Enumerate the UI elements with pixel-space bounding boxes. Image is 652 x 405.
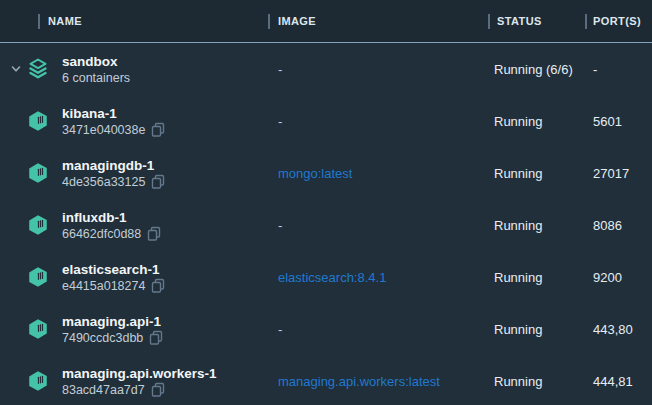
ports-text: 5601 <box>585 114 652 129</box>
container-icon <box>26 368 50 394</box>
name-cell: managing.api.workers-1 83acd47aa7d7 <box>0 365 268 398</box>
column-separator <box>38 14 40 29</box>
ports-text: 27017 <box>585 166 652 181</box>
name-cell: influxdb-1 66462dfc0d88 <box>0 209 268 242</box>
container-list-panel: NAME IMAGE STATUS PORT(S) <box>0 0 652 405</box>
ports-text: - <box>585 62 652 77</box>
column-header-label: STATUS <box>497 15 542 27</box>
copy-icon[interactable] <box>151 174 165 189</box>
copy-icon[interactable] <box>151 382 165 397</box>
container-id: e4415a018274 <box>62 278 145 294</box>
column-separator <box>488 14 490 29</box>
image-link[interactable]: elasticsearch:8.4.1 <box>268 270 488 285</box>
container-name: elasticsearch-1 <box>62 261 165 278</box>
table-row[interactable]: sandbox 6 containers - Running (6/6) - <box>0 43 652 95</box>
column-header-image[interactable]: IMAGE <box>268 14 488 29</box>
ports-text: 443,80 <box>585 322 652 337</box>
container-id: 4de356a33125 <box>62 174 145 190</box>
container-id: 83acd47aa7d7 <box>62 382 145 398</box>
column-header-label: NAME <box>48 15 82 27</box>
table-row[interactable]: influxdb-1 66462dfc0d88 - Running 8086 <box>0 199 652 251</box>
name-cell: managing.api-1 7490ccdc3dbb <box>0 313 268 346</box>
container-id: 7490ccdc3dbb <box>62 330 143 346</box>
table-row[interactable]: managing.api.workers-1 83acd47aa7d7 mana… <box>0 355 652 405</box>
copy-icon[interactable] <box>149 330 163 345</box>
column-header-label: PORT(S) <box>593 15 641 27</box>
name-cell: kibana-1 3471e040038e <box>0 105 268 138</box>
container-icon <box>26 108 50 134</box>
stack-icon <box>26 57 50 81</box>
column-header-name[interactable]: NAME <box>0 14 268 29</box>
container-icon <box>26 264 50 290</box>
container-name: kibana-1 <box>62 105 165 122</box>
table-header: NAME IMAGE STATUS PORT(S) <box>0 0 652 43</box>
image-cell: - <box>268 322 488 337</box>
table-row[interactable]: elasticsearch-1 e4415a018274 elasticsear… <box>0 251 652 303</box>
name-cell: elasticsearch-1 e4415a018274 <box>0 261 268 294</box>
image-cell: - <box>268 218 488 233</box>
container-id: 3471e040038e <box>62 122 145 138</box>
status-text: Running <box>488 374 585 389</box>
container-id: 66462dfc0d88 <box>62 226 141 242</box>
image-link[interactable]: mongo:latest <box>268 166 488 181</box>
container-icon <box>26 316 50 342</box>
container-icon <box>26 212 50 238</box>
container-name: sandbox <box>62 53 130 70</box>
image-link[interactable]: managing.api.workers:latest <box>268 374 488 389</box>
column-header-label: IMAGE <box>278 15 316 27</box>
table-body: sandbox 6 containers - Running (6/6) - <box>0 43 652 405</box>
table-row[interactable]: kibana-1 3471e040038e - Running 5601 <box>0 95 652 147</box>
column-header-status[interactable]: STATUS <box>488 14 585 29</box>
status-text: Running <box>488 218 585 233</box>
ports-text: 9200 <box>585 270 652 285</box>
container-name: managingdb-1 <box>62 157 165 174</box>
chevron-down-icon[interactable] <box>10 63 26 75</box>
name-cell: managingdb-1 4de356a33125 <box>0 157 268 190</box>
container-name: managing.api-1 <box>62 313 163 330</box>
status-text: Running <box>488 270 585 285</box>
table-row[interactable]: managingdb-1 4de356a33125 mongo:latest R… <box>0 147 652 199</box>
container-icon <box>26 160 50 186</box>
copy-icon[interactable] <box>151 278 165 293</box>
container-id: 6 containers <box>62 70 130 86</box>
column-header-ports[interactable]: PORT(S) <box>585 14 652 29</box>
copy-icon[interactable] <box>147 226 161 241</box>
column-separator <box>585 14 587 29</box>
image-cell: - <box>268 114 488 129</box>
status-text: Running <box>488 322 585 337</box>
image-cell: - <box>268 62 488 77</box>
table-row[interactable]: managing.api-1 7490ccdc3dbb - Running 44… <box>0 303 652 355</box>
container-name: managing.api.workers-1 <box>62 365 217 382</box>
status-text: Running (6/6) <box>488 62 585 77</box>
ports-text: 444,81 <box>585 374 652 389</box>
column-separator <box>268 14 270 29</box>
container-name: influxdb-1 <box>62 209 161 226</box>
status-text: Running <box>488 166 585 181</box>
copy-icon[interactable] <box>151 122 165 137</box>
ports-text: 8086 <box>585 218 652 233</box>
name-cell: sandbox 6 containers <box>0 53 268 86</box>
status-text: Running <box>488 114 585 129</box>
